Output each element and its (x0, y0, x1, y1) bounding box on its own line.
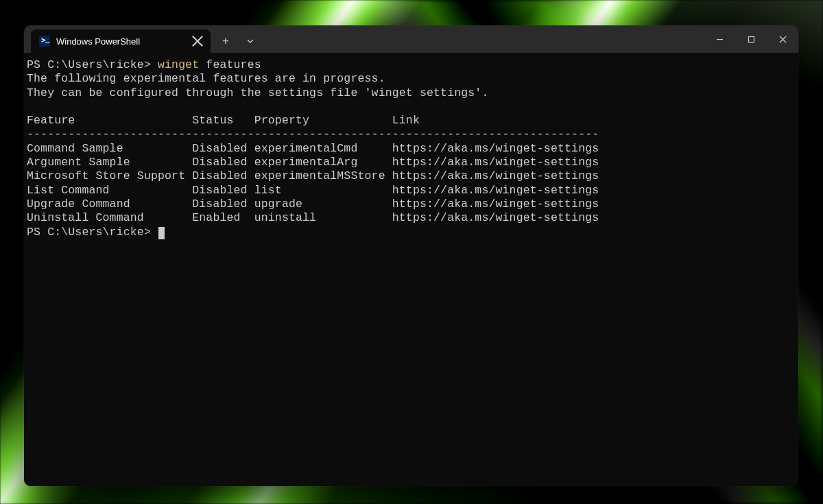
powershell-icon (39, 36, 50, 47)
tab-dropdown-button[interactable] (238, 29, 263, 53)
terminal-window: Windows PowerShell + PS C:\Users\ricke> … (24, 25, 798, 486)
titlebar[interactable]: Windows PowerShell + (24, 25, 798, 53)
window-controls (704, 25, 798, 53)
minimize-button[interactable] (704, 25, 735, 53)
close-button[interactable] (767, 25, 798, 53)
tab-powershell[interactable]: Windows PowerShell (31, 29, 211, 53)
maximize-button[interactable] (735, 25, 767, 53)
tab-close-button[interactable] (191, 35, 204, 47)
new-tab-button[interactable]: + (213, 29, 238, 53)
terminal-output[interactable]: PS C:\Users\ricke> winget features The f… (24, 53, 798, 486)
tab-title: Windows PowerShell (56, 36, 185, 47)
svg-rect-0 (748, 36, 754, 42)
